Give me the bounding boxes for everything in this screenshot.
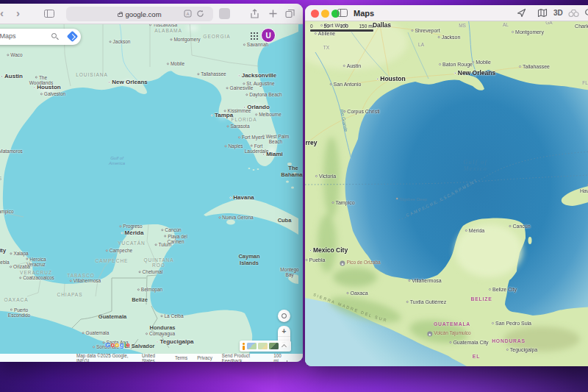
map-label: Comayagua [146,331,175,336]
apple-map-labels: DallasFort WorthAbileneShreveportJackson… [305,21,588,366]
address-bar[interactable]: google.com A [66,7,213,21]
layer-thumbnail[interactable] [247,343,257,349]
search-icon[interactable] [584,8,588,18]
map-label: Orlando [243,104,270,110]
safari-window[interactable]: ‹ › google.com A [0,4,303,362]
map-label: CHIAPAS [57,292,82,297]
map-label: Gulf of Mexico [464,159,488,172]
map-label: Gainesville [226,85,254,90]
google-logo: Google [105,341,130,349]
svg-text:A: A [186,12,189,16]
desktop-wallpaper: ‹ › google.com A [0,0,588,392]
map-label: GA [545,21,552,26]
search-icon[interactable] [51,33,57,38]
map-label: ▲Pico de Orizaba [340,260,380,266]
map-label: Tampa [211,112,233,118]
apple-map-canvas[interactable]: CAMPECHE ESCARPMENT SIERRA MADRE DEL SUR… [305,21,588,366]
map-label: QUINTANA ROO [143,257,173,268]
sidebar-icon[interactable] [44,10,54,18]
google-map-canvas[interactable]: TuscaloosaALABAMAGEORGIAJacksonMontgomer… [0,24,303,362]
extension-icon[interactable] [219,8,230,19]
map-label: Tuscaloosa [149,24,177,28]
map-label: HONDURAS [492,338,526,344]
share-icon[interactable] [250,9,259,19]
back-button[interactable]: ‹ [0,7,4,20]
map-label: LOUISIANA [76,72,108,77]
map-label: Tallahassee [519,64,550,70]
map-label: Naples [224,143,243,149]
location-arrow-icon[interactable] [517,8,526,18]
map-label: Havana [229,194,254,201]
minimize-button[interactable] [321,10,329,18]
layer-thumbnail[interactable] [258,343,268,349]
map-label: Cancún [161,227,181,232]
reload-icon[interactable] [196,10,204,18]
map-label: FLORIDA [231,117,257,122]
sidebar-toggle-icon[interactable] [337,9,348,17]
collapse-icon[interactable] [282,344,287,349]
my-location-button[interactable] [278,310,290,322]
map-icon[interactable] [537,8,548,18]
map-label: ▲Volcán Tajumulco [427,330,470,337]
map-label: Kissimmee [224,108,251,113]
map-label: Fort Lauderdale [245,143,269,154]
search-input[interactable]: e Maps [0,32,16,40]
map-label: Villahermosa [70,278,101,283]
map-label: Houston [33,84,60,90]
translate-icon[interactable]: A [184,10,192,18]
map-label: Melbourne [255,112,282,117]
map-label: EL [473,354,480,360]
map-label: Houston [376,76,405,83]
3d-toggle[interactable]: 3D [553,9,563,17]
map-label: Jackson [110,39,131,44]
map-label: Mobile [167,61,184,66]
map-label: Nueva Gerona [218,215,253,220]
map-label: Tampico [0,209,14,214]
account-avatar[interactable]: U [261,28,276,43]
search-box[interactable]: e Maps [0,29,81,45]
map-label: Jackson [438,35,461,40]
map-label: TX [323,45,329,50]
map-label: Sarasota [226,124,249,129]
layer-thumbnail[interactable] [269,343,279,349]
safari-toolbar: ‹ › google.com A [0,4,303,24]
look-around-binoculars-icon[interactable] [568,8,579,18]
privacy-link[interactable]: Privacy [197,355,212,360]
layers-bar[interactable] [240,341,291,352]
window-title: Maps [354,9,374,18]
maps-titlebar: Maps 3D [305,5,588,21]
url-text: google.com [125,10,161,18]
map-label: Mérida [121,229,144,236]
map-label: Mobile [472,60,491,65]
google-apps-grid-icon[interactable] [250,32,258,40]
map-label: GEORGIA [203,34,230,39]
pegman-icon[interactable] [242,343,245,350]
map-data-credit: Map data ©2025 Google, INEGI [76,353,132,363]
map-label: Puebla [306,257,326,263]
terms-link[interactable]: Terms [175,355,187,360]
map-attribution: Map data ©2025 Google, INEGI United Stat… [0,354,303,362]
map-label: Monterrey [305,140,318,147]
close-button[interactable] [311,10,319,18]
map-label: St. Augustine [243,81,274,86]
directions-icon[interactable] [67,31,79,43]
map-label: Baton Rouge [439,62,473,68]
map-label: TAMAULIPAS [0,176,2,181]
map-label: Tallahassee [197,71,226,76]
forward-button[interactable]: › [16,7,20,20]
map-label: Havana [580,182,588,194]
apple-maps-window[interactable]: Maps 3D [305,5,588,366]
new-tab-icon[interactable] [268,9,278,18]
map-label: AL [503,22,509,27]
zoom-in-button[interactable]: + [278,326,290,337]
feedback-link[interactable]: Send Product Feedback [222,353,264,363]
map-label: Guatemala City [449,340,488,346]
map-label: Belmopan [137,287,162,292]
map-label: Tegucigalpa [506,347,537,353]
map-label: The Woodlands [29,75,53,86]
map-label: MS [459,23,466,28]
map-label: Savannah [243,42,268,47]
map-label: Honduras [149,325,175,332]
map-label: Puerto Escondido [8,307,30,318]
tab-overview-icon[interactable] [285,9,295,18]
